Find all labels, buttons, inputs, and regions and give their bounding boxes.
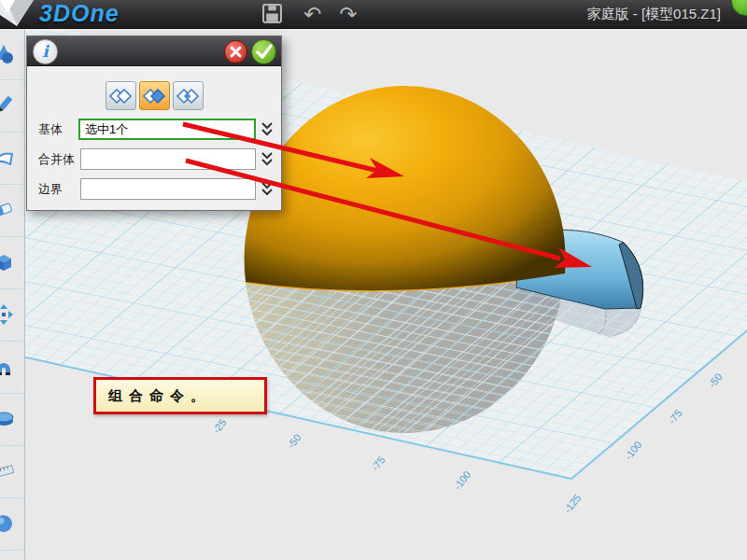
- app-logo-shield-icon: [0, 0, 35, 28]
- sidebar-tool-sketch[interactable]: [0, 80, 24, 133]
- axis-label: -50: [285, 432, 303, 451]
- app-logo-text: 3DOne: [39, 0, 120, 27]
- merge-body-expand-chevron[interactable]: [261, 151, 274, 167]
- sidebar-tool-cube[interactable]: [0, 237, 24, 289]
- subtract-icon: [142, 87, 166, 105]
- boundary-label: 边界: [38, 181, 80, 198]
- sidebar-tool-sphere[interactable]: [0, 498, 24, 551]
- sidebar-tool-surface[interactable]: [0, 133, 24, 185]
- field-row-merge-body: 合并体: [38, 148, 274, 170]
- eraser-icon: [0, 198, 15, 222]
- command-tooltip: 组合命令。: [93, 377, 267, 414]
- axis-label: -100: [622, 439, 643, 462]
- window-title: 家庭版 - [模型015.Z1]: [587, 6, 721, 23]
- redo-button[interactable]: ↷: [336, 3, 360, 25]
- axis-label: -75: [666, 408, 684, 427]
- info-icon[interactable]: i: [33, 39, 58, 64]
- sidebar-tool-ruler[interactable]: [0, 446, 24, 498]
- undo-button[interactable]: ↶: [301, 3, 325, 25]
- sphere-icon: [0, 511, 15, 536]
- field-row-base-body: 基体: [38, 119, 274, 140]
- dialog-titlebar: i: [27, 36, 281, 66]
- command-tooltip-text: 组合命令。: [108, 387, 211, 405]
- op-union-button[interactable]: [106, 81, 136, 110]
- magnet-icon: [0, 355, 15, 379]
- base-body-label: 基体: [38, 121, 78, 138]
- op-intersect-button[interactable]: [173, 81, 204, 110]
- union-icon: [108, 87, 133, 105]
- sidebar-tool-eraser[interactable]: [0, 185, 24, 237]
- double-chevron-down-icon: [261, 151, 274, 167]
- check-icon: [252, 40, 275, 63]
- cancel-button[interactable]: [224, 40, 247, 63]
- save-icon: [262, 4, 282, 23]
- axis-label: -75: [369, 455, 387, 473]
- confirm-button[interactable]: [251, 39, 276, 64]
- info-icon-glyph: i: [42, 42, 48, 61]
- boundary-expand-chevron[interactable]: [261, 181, 274, 197]
- move-arrows-icon: [0, 302, 15, 327]
- double-chevron-down-icon: [261, 121, 274, 137]
- sketch-pencil-icon: [0, 93, 15, 118]
- merge-body-input[interactable]: [80, 148, 256, 170]
- axis-label: -100: [451, 469, 472, 492]
- sidebar-tool-solids[interactable]: [0, 28, 24, 80]
- cube-icon: [0, 250, 15, 274]
- double-chevron-down-icon: [261, 181, 274, 197]
- op-subtract-button[interactable]: [139, 81, 170, 110]
- disc-icon: [0, 407, 15, 431]
- base-body-input[interactable]: [78, 119, 256, 140]
- sidebar-tool-move[interactable]: [0, 289, 24, 342]
- sidebar-tool-disc[interactable]: [0, 394, 24, 446]
- axis-label: -50: [706, 371, 724, 390]
- intersect-icon: [176, 87, 200, 105]
- combine-command-dialog: i: [26, 35, 282, 211]
- merge-body-label: 合并体: [38, 151, 80, 168]
- field-row-boundary: 边界: [38, 178, 274, 200]
- boolean-operation-toolbar: [27, 81, 281, 110]
- axis-label: -125: [561, 492, 583, 515]
- 3done-app-window: -25 -50 -75 -100 -125 -50 -75 -100 组合命令。: [0, 0, 747, 560]
- boundary-input[interactable]: [80, 178, 256, 200]
- close-icon: [225, 41, 247, 63]
- surface-icon: [0, 146, 15, 170]
- axis-label: -25: [210, 417, 228, 436]
- app-titlebar: 3DOne ↶ ↷ 家庭版 - [模型015.Z1]: [0, 0, 747, 29]
- solids-icon: [0, 41, 15, 65]
- ruler-icon: [0, 459, 15, 483]
- sidebar-tool-magnet[interactable]: [0, 342, 24, 394]
- base-body-expand-chevron[interactable]: [261, 121, 274, 137]
- save-button[interactable]: [260, 4, 284, 26]
- tool-sidebar: [0, 28, 25, 560]
- assistant-orb-button[interactable]: [731, 0, 747, 16]
